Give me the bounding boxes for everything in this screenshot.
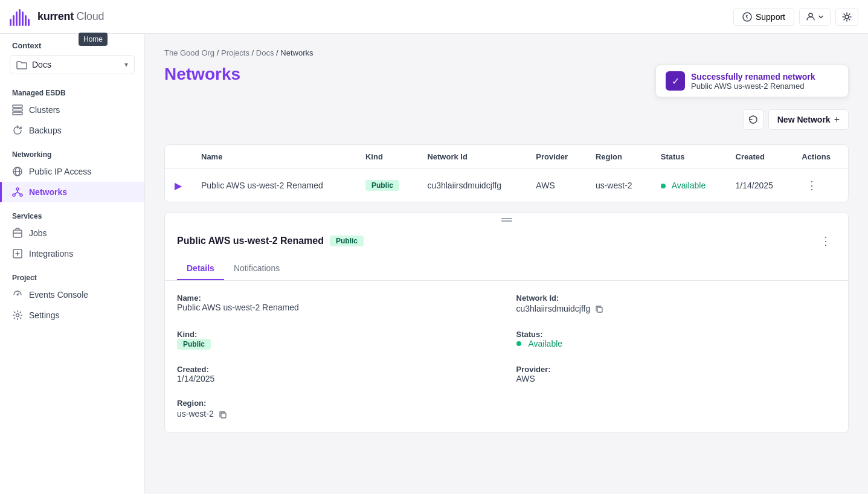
kind-badge: Public xyxy=(365,180,399,191)
sidebar-item-backups[interactable]: Backups xyxy=(0,120,144,141)
project-group-label: Project xyxy=(0,264,144,284)
svg-point-10 xyxy=(845,15,849,19)
detail-created-value: 1/14/2025 xyxy=(177,374,497,383)
svg-rect-11 xyxy=(13,105,22,107)
detail-provider-value: AWS xyxy=(516,374,837,383)
home-tooltip: Home xyxy=(79,33,108,46)
tab-notifications[interactable]: Notifications xyxy=(224,257,289,280)
detail-status-label: Status: xyxy=(516,330,543,339)
breadcrumb-projects[interactable]: Projects xyxy=(221,48,249,57)
detail-created-label: Created: xyxy=(177,365,209,374)
main-content: The Good Org / Projects / Docs / Network… xyxy=(145,34,868,494)
sidebar-item-public-ip-access[interactable]: Public IP Access xyxy=(0,161,144,182)
page-header-right: ✓ Successfully renamed network Public AW… xyxy=(655,65,849,130)
status-dot-icon xyxy=(661,184,666,188)
user-button[interactable] xyxy=(799,8,831,26)
new-network-button[interactable]: New Network + xyxy=(768,109,849,130)
tab-details[interactable]: Details xyxy=(177,257,224,280)
detail-actions-button[interactable]: ⋮ xyxy=(815,232,836,250)
detail-status-field: Status: Available xyxy=(516,329,837,350)
settings-icon xyxy=(12,310,23,321)
theme-toggle-button[interactable] xyxy=(835,8,858,26)
refresh-button[interactable] xyxy=(743,109,764,130)
header-actions: New Network + xyxy=(743,109,849,130)
detail-kind-badge: Public xyxy=(330,236,364,246)
detail-region-field: Region: us-west-2 xyxy=(177,398,497,420)
copy-region-button[interactable] xyxy=(217,408,228,420)
col-header-actions: Actions xyxy=(792,145,848,169)
new-network-label: New Network xyxy=(777,115,831,124)
sidebar-item-networks[interactable]: Networks xyxy=(0,182,144,202)
context-value: Docs xyxy=(32,60,120,69)
sun-icon xyxy=(842,12,852,22)
detail-kind-label: Kind: xyxy=(177,330,197,339)
page-title: Networks xyxy=(164,65,240,84)
svg-point-8 xyxy=(747,18,748,19)
svg-rect-19 xyxy=(13,230,22,237)
topnav-right: Support xyxy=(733,8,858,26)
detail-kind-field: Kind: Public xyxy=(177,329,497,350)
detail-title: Public AWS us-west-2 Renamed xyxy=(177,236,324,246)
svg-rect-12 xyxy=(13,109,22,111)
context-label: Context xyxy=(10,39,135,55)
col-header-name xyxy=(165,145,191,169)
detail-status-value: Available xyxy=(516,339,837,348)
sidebar-item-clusters[interactable]: Clusters xyxy=(0,100,144,120)
public-ip-access-icon xyxy=(12,166,23,177)
events-console-icon xyxy=(12,289,23,300)
sidebar-item-events-console[interactable]: Events Console xyxy=(0,284,144,305)
copy-region-icon xyxy=(219,411,227,419)
detail-network-id-label: Network Id: xyxy=(516,294,559,303)
context-selector[interactable]: Docs ▾ xyxy=(10,55,135,74)
status-value: Available xyxy=(672,181,706,190)
support-button[interactable]: Support xyxy=(733,8,794,26)
detail-status-dot xyxy=(516,341,521,346)
breadcrumb-org[interactable]: The Good Org xyxy=(164,48,214,57)
logo-area: kurrent Cloud Home xyxy=(10,8,104,26)
drag-handle[interactable] xyxy=(165,213,848,222)
breadcrumb-docs[interactable]: Docs xyxy=(256,48,274,57)
sidebar-item-jobs[interactable]: Jobs xyxy=(0,223,144,243)
svg-point-21 xyxy=(17,294,19,296)
copy-network-id-button[interactable] xyxy=(594,303,605,315)
row-network-id-cell: cu3hlaiirsdmuidcjffg xyxy=(417,169,526,202)
row-expand-button[interactable]: ▶ xyxy=(175,180,182,191)
detail-name-label: Name: xyxy=(177,294,201,303)
svg-rect-0 xyxy=(10,19,11,26)
sidebar-item-settings[interactable]: Settings xyxy=(0,305,144,326)
row-expand-cell: ▶ xyxy=(165,169,191,202)
detail-grid: Name: Public AWS us-west-2 Renamed Netwo… xyxy=(177,293,836,420)
toast-check-icon: ✓ xyxy=(666,71,685,91)
detail-created-field: Created: 1/14/2025 xyxy=(177,364,497,383)
toast-title: Successfully renamed network xyxy=(691,72,815,82)
context-section: Context Docs ▾ xyxy=(0,34,144,79)
row-kind-cell: Public xyxy=(356,169,417,202)
sidebar-item-integrations[interactable]: Integrations xyxy=(0,243,144,264)
success-toast: ✓ Successfully renamed network Public AW… xyxy=(655,65,849,97)
topnav: kurrent Cloud Home Support xyxy=(0,0,868,34)
logo-icon xyxy=(10,8,33,26)
detail-network-id-field: Network Id: cu3hlaiirsdmuidcjffg xyxy=(516,293,837,315)
networks-table: Name Kind Network Id Provider Region Sta… xyxy=(165,145,848,202)
services-group-label: Services xyxy=(0,202,144,223)
context-chevron-icon: ▾ xyxy=(124,60,128,69)
detail-region-label: Region: xyxy=(177,399,206,408)
row-status-cell: Available xyxy=(651,169,726,202)
detail-kind-value: Public xyxy=(177,339,497,350)
col-header-region: Region xyxy=(586,145,651,169)
networking-group-label: Networking xyxy=(0,141,144,161)
network-name-link[interactable]: Public AWS us-west-2 Renamed xyxy=(201,181,323,190)
chevron-down-icon xyxy=(818,14,824,20)
row-actions-button[interactable]: ⋮ xyxy=(802,176,822,194)
refresh-icon xyxy=(748,115,758,124)
col-header-name-text: Name xyxy=(191,145,356,169)
sidebar-item-settings-label: Settings xyxy=(29,310,60,320)
sidebar: Context Docs ▾ Managed ESDB Clusters Bac… xyxy=(0,34,145,494)
breadcrumb: The Good Org / Projects / Docs / Network… xyxy=(164,48,849,57)
row-name-cell: Public AWS us-west-2 Renamed xyxy=(191,169,356,202)
table-header-row: Name Kind Network Id Provider Region Sta… xyxy=(165,145,848,169)
sidebar-item-jobs-label: Jobs xyxy=(29,228,47,238)
clusters-icon xyxy=(12,104,23,115)
svg-point-9 xyxy=(809,13,812,17)
svg-rect-3 xyxy=(19,9,21,26)
